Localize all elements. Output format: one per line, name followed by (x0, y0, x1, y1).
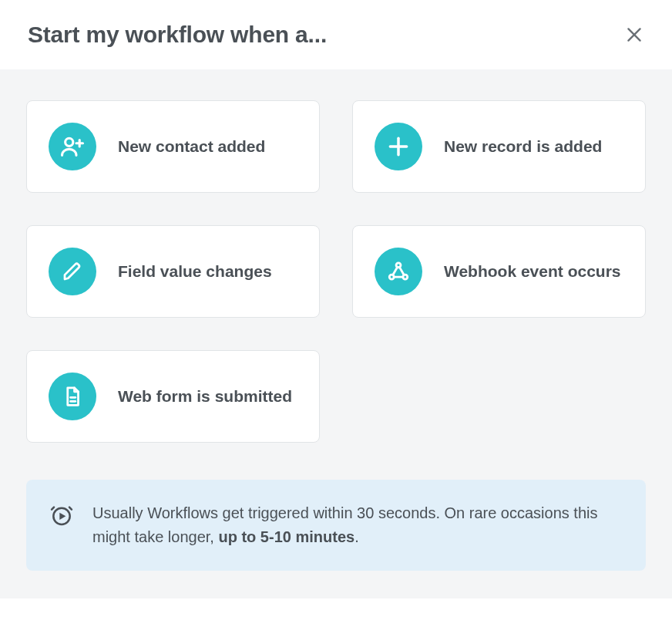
plus-icon (375, 123, 422, 170)
trigger-webhook[interactable]: Webhook event occurs (352, 225, 646, 318)
modal-title: Start my workflow when a... (28, 22, 327, 48)
close-icon (624, 25, 644, 45)
info-text-tail: . (354, 528, 359, 545)
info-banner: Usually Workflows get triggered within 3… (26, 480, 646, 571)
trigger-new-contact[interactable]: New contact added (26, 100, 320, 193)
trigger-web-form[interactable]: Web form is submitted (26, 350, 320, 443)
trigger-label: Field value changes (118, 261, 272, 282)
trigger-label: Webhook event occurs (444, 261, 621, 282)
trigger-field-change[interactable]: Field value changes (26, 225, 320, 318)
info-text: Usually Workflows get triggered within 3… (92, 501, 623, 549)
trigger-label: Web form is submitted (118, 386, 292, 407)
person-plus-icon (49, 123, 96, 170)
close-button[interactable] (624, 25, 644, 45)
webhook-icon (375, 248, 422, 295)
info-text-bold: up to 5-10 minutes (218, 528, 354, 545)
modal-body: New contact added New record is added Fi… (0, 69, 672, 598)
trigger-new-record[interactable]: New record is added (352, 100, 646, 193)
trigger-label: New record is added (444, 136, 602, 157)
pencil-icon (49, 248, 96, 295)
trigger-grid: New contact added New record is added Fi… (26, 100, 646, 443)
svg-marker-13 (59, 513, 66, 520)
svg-point-2 (66, 138, 73, 146)
clock-alert-icon (49, 503, 74, 531)
trigger-label: New contact added (118, 136, 265, 157)
document-icon (49, 373, 96, 420)
modal-header: Start my workflow when a... (0, 0, 672, 69)
